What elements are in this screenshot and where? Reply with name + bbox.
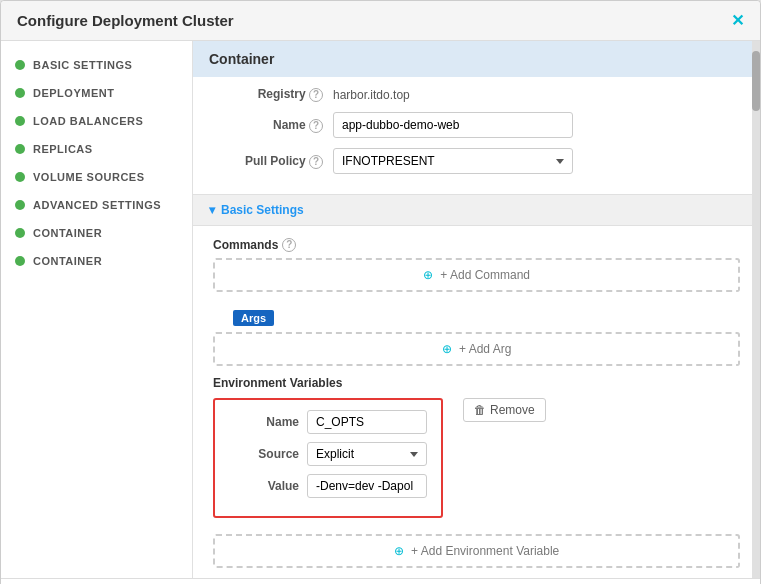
status-dot (15, 200, 25, 210)
dialog-footer: Cancel ✓ Add (1, 578, 760, 584)
sidebar-item-label: CONTAINER (33, 255, 102, 267)
env-variable-box: Name Source Explicit ConfigMap Secret (213, 398, 443, 518)
trash-icon: 🗑 (474, 403, 486, 417)
sidebar-item-label: LOAD BALANCERS (33, 115, 143, 127)
scrollbar[interactable] (752, 41, 760, 578)
sidebar-item-replicas[interactable]: REPLICAS (1, 135, 192, 163)
remove-button[interactable]: 🗑 Remove (463, 398, 546, 422)
status-dot (15, 256, 25, 266)
env-source-row: Source Explicit ConfigMap Secret (229, 442, 427, 466)
sidebar-item-container-1[interactable]: CONTAINER (1, 219, 192, 247)
registry-value: harbor.itdo.top (333, 88, 410, 102)
name-row: Name ? (213, 112, 740, 138)
env-name-row: Name (229, 410, 427, 434)
plus-icon: ⊕ (394, 544, 404, 558)
add-command-button[interactable]: ⊕ + Add Command (213, 258, 740, 292)
env-variables-section: Environment Variables Name Source Explic… (213, 376, 740, 568)
close-button[interactable]: ✕ (731, 11, 744, 30)
env-source-select[interactable]: Explicit ConfigMap Secret (307, 442, 427, 466)
add-env-variable-button[interactable]: ⊕ + Add Environment Variable (213, 534, 740, 568)
main-content: Container Registry ? harbor.itdo.top Nam… (193, 41, 760, 578)
status-dot (15, 116, 25, 126)
dialog-header: Configure Deployment Cluster ✕ (1, 1, 760, 41)
add-arg-button[interactable]: ⊕ + Add Arg (213, 332, 740, 366)
sidebar-item-label: DEPLOYMENT (33, 87, 114, 99)
sidebar-item-container-2[interactable]: CONTAINER (1, 247, 192, 275)
sidebar: BASIC SETTINGS DEPLOYMENT LOAD BALANCERS… (1, 41, 193, 578)
basic-settings-label: Basic Settings (221, 203, 304, 217)
registry-label: Registry ? (213, 87, 323, 102)
env-value-row: Value (229, 474, 427, 498)
pull-policy-select[interactable]: IFNOTPRESENT ALWAYS NEVER (333, 148, 573, 174)
status-dot (15, 60, 25, 70)
status-dot (15, 88, 25, 98)
form-area: Registry ? harbor.itdo.top Name ? Pull P… (193, 77, 760, 194)
chevron-down-icon: ▾ (209, 203, 215, 217)
env-value-input[interactable] (307, 474, 427, 498)
plus-icon: ⊕ (442, 342, 452, 356)
scrollbar-thumb (752, 51, 760, 111)
sidebar-item-label: VOLUME SOURCES (33, 171, 145, 183)
status-dot (15, 228, 25, 238)
pull-policy-label: Pull Policy ? (213, 154, 323, 169)
env-name-input[interactable] (307, 410, 427, 434)
pull-policy-row: Pull Policy ? IFNOTPRESENT ALWAYS NEVER (213, 148, 740, 174)
sidebar-item-basic-settings[interactable]: BASIC SETTINGS (1, 51, 192, 79)
status-dot (15, 144, 25, 154)
registry-info-icon[interactable]: ? (309, 88, 323, 102)
name-info-icon[interactable]: ? (309, 119, 323, 133)
sidebar-item-load-balancers[interactable]: LOAD BALANCERS (1, 107, 192, 135)
sidebar-item-label: BASIC SETTINGS (33, 59, 132, 71)
name-input[interactable] (333, 112, 573, 138)
name-label: Name ? (213, 118, 323, 133)
registry-row: Registry ? harbor.itdo.top (213, 87, 740, 102)
dialog-body: BASIC SETTINGS DEPLOYMENT LOAD BALANCERS… (1, 41, 760, 578)
env-source-label: Source (229, 447, 299, 461)
basic-settings-collapsible[interactable]: ▾ Basic Settings (193, 194, 760, 226)
env-variables-label: Environment Variables (213, 376, 740, 390)
sidebar-item-label: ADVANCED SETTINGS (33, 199, 161, 211)
sidebar-item-advanced-settings[interactable]: ADVANCED SETTINGS (1, 191, 192, 219)
env-name-label: Name (229, 415, 299, 429)
env-value-label: Value (229, 479, 299, 493)
container-section-header: Container (193, 41, 760, 77)
sidebar-item-label: REPLICAS (33, 143, 93, 155)
plus-icon: ⊕ (423, 268, 433, 282)
pull-policy-info-icon[interactable]: ? (309, 155, 323, 169)
dialog-title: Configure Deployment Cluster (17, 12, 234, 29)
commands-info-icon[interactable]: ? (282, 238, 296, 252)
env-actions: Name Source Explicit ConfigMap Secret (213, 398, 740, 526)
sidebar-item-volume-sources[interactable]: VOLUME SOURCES (1, 163, 192, 191)
sidebar-item-label: CONTAINER (33, 227, 102, 239)
status-dot (15, 172, 25, 182)
sidebar-item-deployment[interactable]: DEPLOYMENT (1, 79, 192, 107)
args-label-badge: Args (213, 302, 740, 326)
commands-section-label: Commands ? (213, 238, 740, 252)
configure-deployment-dialog: Configure Deployment Cluster ✕ BASIC SET… (0, 0, 761, 584)
